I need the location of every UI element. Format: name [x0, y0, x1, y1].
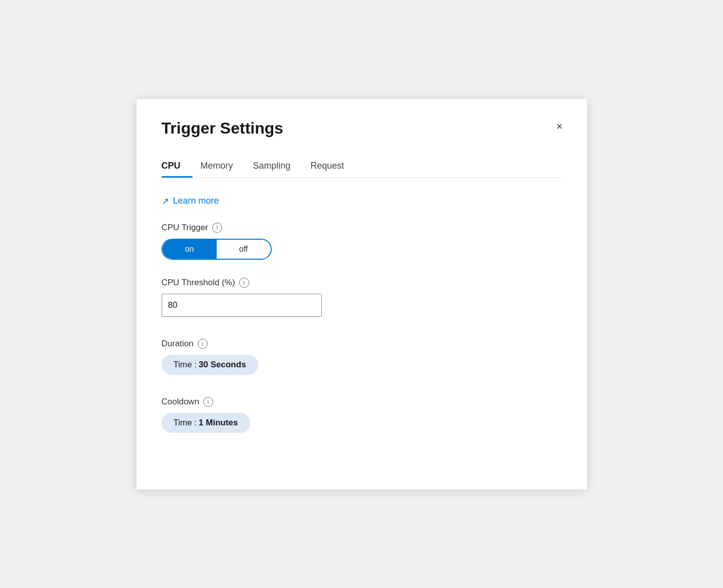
cooldown-chip-value: 1 Minutes [199, 418, 238, 428]
cooldown-section: Cooldown i Time : 1 Minutes [162, 397, 562, 451]
trigger-settings-dialog: Trigger Settings × CPU Memory Sampling R… [137, 99, 587, 489]
external-link-icon: ↗ [162, 196, 169, 207]
learn-more-link[interactable]: Learn more [173, 196, 219, 206]
cpu-threshold-label: CPU Threshold (%) i [162, 278, 562, 288]
tab-request[interactable]: Request [311, 156, 356, 177]
tab-bar: CPU Memory Sampling Request [162, 156, 562, 178]
cpu-trigger-toggle[interactable]: on off [162, 239, 272, 260]
toggle-on-option[interactable]: on [163, 240, 217, 259]
dialog-title: Trigger Settings [162, 119, 562, 138]
duration-chip-prefix: Time : [174, 360, 197, 370]
cpu-threshold-info-icon[interactable]: i [239, 278, 249, 288]
learn-more-row: ↗ Learn more [162, 196, 562, 207]
close-button[interactable]: × [552, 119, 567, 134]
toggle-track[interactable]: on off [162, 239, 272, 260]
tab-sampling[interactable]: Sampling [253, 156, 303, 177]
cooldown-label: Cooldown i [162, 397, 562, 407]
cpu-threshold-section: CPU Threshold (%) i [162, 278, 562, 335]
cooldown-chip[interactable]: Time : 1 Minutes [162, 413, 250, 433]
cpu-threshold-input[interactable] [162, 294, 322, 317]
tab-memory[interactable]: Memory [201, 156, 245, 177]
duration-chip[interactable]: Time : 30 Seconds [162, 355, 258, 375]
duration-info-icon[interactable]: i [198, 339, 208, 349]
toggle-off-option[interactable]: off [217, 240, 271, 259]
cooldown-info-icon[interactable]: i [203, 397, 213, 407]
duration-chip-value: 30 Seconds [199, 360, 246, 370]
cpu-trigger-label: CPU Trigger i [162, 223, 562, 233]
duration-section: Duration i Time : 30 Seconds [162, 339, 562, 393]
tab-cpu[interactable]: CPU [162, 156, 193, 177]
duration-label: Duration i [162, 339, 562, 349]
cpu-trigger-info-icon[interactable]: i [212, 223, 222, 233]
cooldown-chip-prefix: Time : [174, 418, 197, 428]
cpu-trigger-section: CPU Trigger i on off [162, 223, 562, 260]
